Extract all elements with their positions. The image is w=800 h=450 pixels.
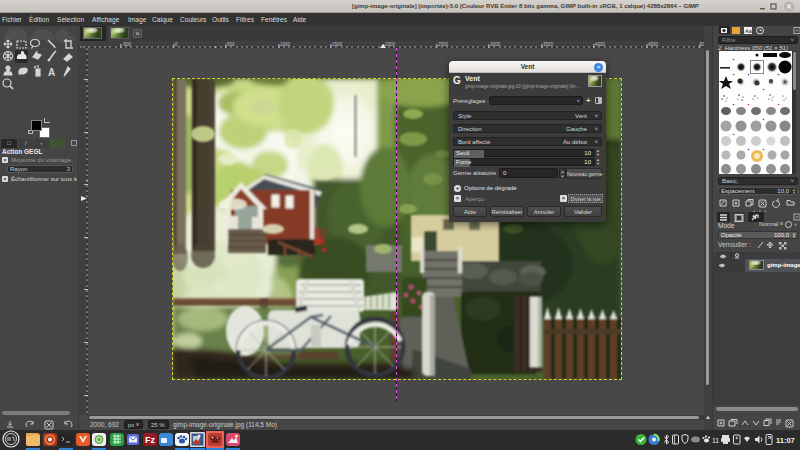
svg-text:Aa: Aa — [745, 28, 753, 34]
svg-text:3500: 3500 — [543, 42, 554, 47]
svg-text:4500: 4500 — [648, 42, 659, 47]
svg-text:Fz: Fz — [145, 435, 155, 445]
svg-text:A: A — [48, 67, 55, 78]
svg-text:2000: 2000 — [385, 42, 396, 47]
svg-text:2500: 2500 — [438, 42, 449, 47]
svg-text:11: 11 — [712, 437, 719, 444]
svg-text:4000: 4000 — [595, 42, 606, 47]
svg-text:1000: 1000 — [280, 42, 291, 47]
svg-text:3000: 3000 — [490, 42, 501, 47]
svg-text:1500: 1500 — [332, 42, 343, 47]
svg-text:11:07: 11:07 — [776, 436, 795, 445]
svg-text:-500: -500 — [122, 42, 132, 47]
svg-text:0: 0 — [175, 42, 178, 47]
svg-text:500: 500 — [227, 42, 235, 47]
